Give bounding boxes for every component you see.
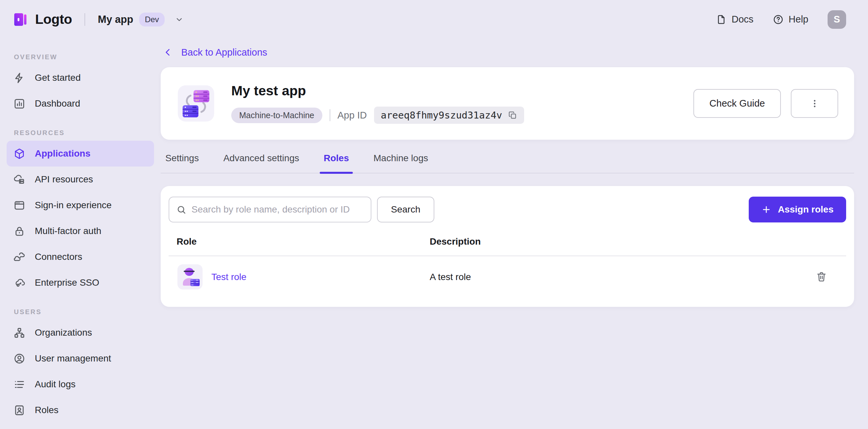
sidebar-item-label: Connectors [35, 252, 82, 262]
main-content: Back to Applications [161, 39, 868, 307]
sidebar-item-api-resources[interactable]: API resources [7, 166, 154, 192]
meta-divider [330, 109, 330, 121]
logo-text: Logto [35, 11, 72, 27]
docs-icon [716, 14, 727, 25]
tab-settings[interactable]: Settings [165, 153, 199, 173]
sidebar-item-label: User management [35, 353, 111, 364]
logo[interactable]: Logto [13, 11, 72, 28]
cloud-box-icon [13, 173, 26, 186]
sidebar-item-connectors[interactable]: Connectors [7, 244, 154, 270]
app-id-pill[interactable]: areeq8fhmy9szud31az4v [374, 107, 524, 124]
role-description: A test role [430, 272, 471, 282]
column-header-role: Role [168, 234, 422, 256]
tab-bar: Settings Advanced settings Roles Machine… [161, 153, 854, 173]
sidebar: OVERVIEW Get started Dashboard RESOURCES… [0, 39, 161, 423]
clouds-icon [13, 251, 26, 263]
user-circle-icon [13, 353, 26, 365]
assign-roles-label: Assign roles [778, 204, 834, 215]
org-chart-icon [13, 327, 26, 339]
app-icon [177, 84, 215, 123]
sidebar-item-label: Multi-factor auth [35, 226, 101, 236]
sidebar-section-overview: OVERVIEW [14, 53, 154, 61]
back-to-applications-link[interactable]: Back to Applications [163, 43, 267, 62]
tenant-name: My app [98, 13, 133, 26]
sidebar-item-label: Audit logs [35, 379, 75, 390]
copy-icon[interactable] [507, 110, 518, 120]
chevron-left-icon [163, 47, 173, 58]
search-icon [176, 205, 187, 215]
sidebar-item-enterprise-sso[interactable]: Enterprise SSO [7, 270, 154, 296]
sidebar-section-resources: RESOURCES [14, 129, 154, 137]
docs-button[interactable]: Docs [716, 14, 753, 25]
role-icon [177, 263, 204, 290]
sidebar-item-get-started[interactable]: Get started [7, 65, 154, 91]
sidebar-item-sign-in-experience[interactable]: Sign-in experience [7, 192, 154, 218]
app-id-value: areeq8fhmy9szud31az4v [381, 109, 502, 121]
search-input[interactable] [191, 204, 364, 215]
column-header-description: Description [422, 234, 814, 256]
sidebar-item-audit-logs[interactable]: Audit logs [7, 371, 154, 397]
sidebar-item-multi-factor-auth[interactable]: Multi-factor auth [7, 218, 154, 244]
id-badge-icon [13, 404, 26, 417]
app-id-label: App ID [338, 110, 367, 121]
tab-advanced-settings[interactable]: Advanced settings [223, 153, 299, 173]
sidebar-item-applications[interactable]: Applications [7, 141, 154, 166]
help-icon [773, 14, 784, 25]
lock-icon [13, 225, 26, 237]
browser-icon [13, 199, 26, 211]
kebab-icon [809, 98, 820, 109]
sidebar-item-label: Sign-in experience [35, 200, 112, 210]
back-link-label: Back to Applications [181, 47, 267, 58]
roles-table: Role Description [168, 234, 846, 294]
delete-role-button[interactable] [814, 269, 829, 284]
app-title: My test app [231, 83, 524, 99]
roles-panel: Search Assign roles Role Description [161, 186, 854, 307]
avatar[interactable]: S [828, 10, 846, 29]
sidebar-section-users: USERS [14, 308, 154, 316]
help-button[interactable]: Help [773, 14, 808, 25]
role-name-link[interactable]: Test role [211, 272, 247, 283]
docs-label: Docs [732, 14, 753, 25]
search-input-wrapper [168, 197, 371, 223]
avatar-letter: S [834, 14, 840, 25]
sidebar-item-label: Roles [35, 405, 59, 416]
help-label: Help [788, 14, 808, 25]
tab-roles[interactable]: Roles [324, 153, 349, 173]
plus-icon [761, 205, 771, 214]
bar-chart-icon [13, 98, 26, 110]
tenant-env-badge: Dev [139, 12, 165, 27]
app-header-card: My test app Machine-to-Machine App ID ar… [161, 67, 854, 140]
table-header-row: Role Description [168, 234, 846, 256]
check-guide-button[interactable]: Check Guide [693, 89, 781, 118]
search-button[interactable]: Search [377, 197, 434, 223]
cloud-key-icon [13, 277, 26, 289]
sidebar-item-label: Applications [35, 148, 90, 159]
list-icon [13, 378, 26, 391]
tab-machine-logs[interactable]: Machine logs [373, 153, 428, 173]
topbar: Logto My app Dev Docs [0, 0, 868, 39]
cube-icon [13, 147, 26, 160]
sidebar-item-label: Dashboard [35, 98, 80, 109]
column-header-actions [814, 240, 846, 250]
sidebar-item-roles[interactable]: Roles [7, 397, 154, 423]
topbar-divider [85, 13, 85, 26]
app-type-badge: Machine-to-Machine [231, 107, 322, 123]
lightning-icon [13, 72, 26, 84]
sidebar-item-label: Get started [35, 72, 81, 83]
sidebar-item-dashboard[interactable]: Dashboard [7, 91, 154, 117]
chevron-down-icon [175, 15, 184, 24]
more-actions-button[interactable] [791, 89, 838, 118]
tenant-selector[interactable]: My app Dev [98, 12, 184, 27]
logto-logo-icon [13, 11, 29, 28]
sidebar-item-user-management[interactable]: User management [7, 345, 154, 371]
assign-roles-button[interactable]: Assign roles [749, 197, 846, 223]
trash-icon [815, 271, 828, 283]
sidebar-item-label: Organizations [35, 327, 92, 338]
sidebar-item-label: API resources [35, 174, 93, 185]
table-row: Test role A test role [168, 256, 846, 294]
sidebar-item-organizations[interactable]: Organizations [7, 320, 154, 345]
sidebar-item-label: Enterprise SSO [35, 277, 99, 288]
